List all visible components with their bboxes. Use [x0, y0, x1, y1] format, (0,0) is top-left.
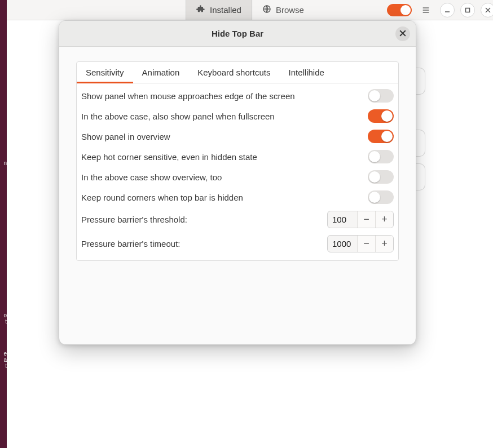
pressure-threshold-stepper: − +	[327, 211, 394, 228]
dock-fragment: o t	[0, 312, 7, 325]
window-maximize-button[interactable]	[460, 3, 475, 17]
extension-master-switch[interactable]	[387, 4, 412, 16]
minus-icon: −	[363, 214, 369, 225]
bg-tab-installed-label: Installed	[210, 5, 241, 15]
hamburger-icon[interactable]	[417, 2, 434, 19]
spin-row: Pressure barrier's threshold: − +	[77, 207, 398, 232]
spin-label: Pressure barrier's threshold:	[81, 215, 187, 224]
dialog-title: Hide Top Bar	[212, 29, 263, 38]
toggle-label: In the above case, also show panel when …	[81, 112, 275, 121]
toggle-show-panel-on-approach[interactable]	[368, 89, 394, 103]
globe-icon	[262, 5, 271, 15]
toggle-label: Show panel in overview	[81, 132, 170, 141]
puzzle-icon	[196, 5, 205, 15]
plus-icon: +	[381, 238, 388, 250]
spin-row: Pressure barrier's timeout: − +	[77, 232, 398, 256]
pressure-timeout-increment[interactable]: +	[375, 236, 393, 252]
tab-animation-label: Animation	[142, 68, 180, 77]
toggle-row: Show panel when mouse approaches edge of…	[77, 86, 398, 106]
pressure-timeout-decrement[interactable]: −	[357, 236, 375, 252]
pressure-threshold-decrement[interactable]: −	[357, 211, 375, 228]
dialog-header: Hide Top Bar	[59, 21, 416, 47]
spin-label: Pressure barrier's timeout:	[81, 239, 180, 249]
pressure-timeout-stepper: − +	[327, 235, 394, 252]
tab-intellihide-label: Intellihide	[288, 68, 324, 77]
dialog-tabs: Sensitivity Animation Keyboard shortcuts…	[77, 62, 398, 83]
toggle-keep-round-corners[interactable]	[368, 190, 394, 204]
bg-tab-browse-label: Browse	[276, 5, 304, 15]
toggle-label: Show panel when mouse approaches edge of…	[81, 91, 295, 101]
pressure-threshold-increment[interactable]: +	[375, 211, 393, 228]
dialog-content-panel: Sensitivity Animation Keyboard shortcuts…	[76, 61, 399, 261]
tab-sensitivity-label: Sensitivity	[86, 68, 124, 77]
toggle-label: Keep round corners when top bar is hidde…	[81, 193, 243, 202]
bg-tab-browse[interactable]: Browse	[252, 0, 314, 20]
toggle-row: Keep hot corner sensitive, even in hidde…	[77, 147, 398, 167]
tab-keyboard-shortcuts[interactable]: Keyboard shortcuts	[188, 62, 279, 83]
close-icon	[399, 29, 406, 38]
window-close-button[interactable]	[481, 3, 493, 17]
plus-icon: +	[381, 214, 388, 225]
dock-strip	[0, 0, 7, 448]
toggle-label: In the above case show overview, too	[81, 172, 222, 182]
dock-fragment: n	[0, 160, 7, 166]
settings-dialog: Hide Top Bar Sensitivity Animation Keybo…	[59, 20, 416, 345]
toggle-keep-hot-corner[interactable]	[368, 150, 394, 163]
bg-window-headerbar: Installed Browse	[7, 0, 493, 20]
toggle-label: Keep hot corner sensitive, even in hidde…	[81, 152, 257, 162]
svg-rect-5	[466, 8, 470, 12]
dock-fragment: e a t	[0, 351, 7, 369]
toggle-row: Keep round corners when top bar is hidde…	[77, 187, 398, 207]
toggle-row: Show panel in overview	[77, 126, 398, 147]
tab-intellihide[interactable]: Intellihide	[279, 62, 333, 83]
dialog-close-button[interactable]	[395, 26, 410, 41]
bg-tab-installed[interactable]: Installed	[186, 0, 252, 20]
tab-keyboard-label: Keyboard shortcuts	[197, 68, 270, 77]
toggle-show-panel-fullscreen[interactable]	[368, 109, 394, 123]
pressure-timeout-input[interactable]	[328, 236, 357, 252]
minus-icon: −	[363, 238, 369, 250]
tab-sensitivity[interactable]: Sensitivity	[77, 62, 133, 83]
toggle-show-panel-overview[interactable]	[368, 130, 394, 143]
tab-animation[interactable]: Animation	[133, 62, 189, 83]
pressure-threshold-input[interactable]	[328, 211, 357, 228]
toggle-row: In the above case, also show panel when …	[77, 106, 398, 126]
window-minimize-button[interactable]	[440, 3, 455, 17]
toggle-show-overview-too[interactable]	[368, 170, 394, 184]
toggle-row: In the above case show overview, too	[77, 167, 398, 187]
